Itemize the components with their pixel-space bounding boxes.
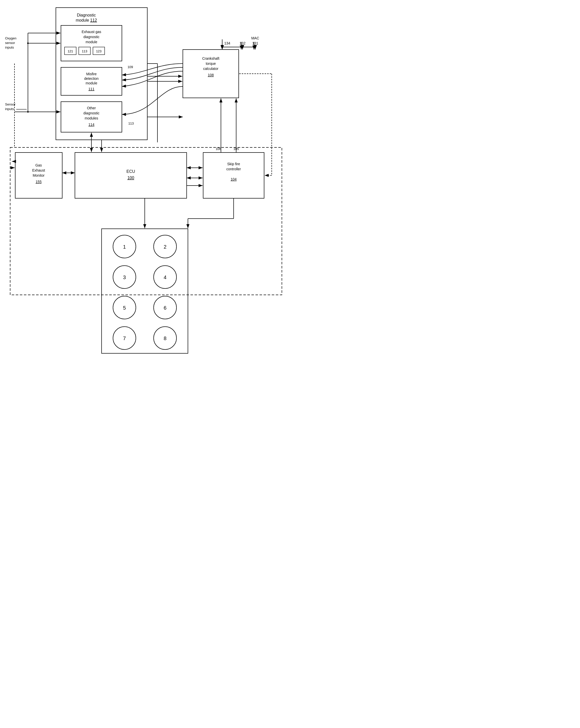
svg-text:1: 1: [123, 244, 126, 250]
svg-rect-45: [102, 229, 188, 353]
svg-text:3: 3: [123, 275, 126, 280]
svg-text:113: 113: [128, 122, 134, 125]
svg-text:Crankshaft: Crankshaft: [202, 56, 219, 60]
svg-text:Sensor: Sensor: [5, 102, 16, 106]
svg-text:5: 5: [123, 305, 126, 311]
svg-text:Monitor: Monitor: [33, 173, 45, 177]
svg-text:torque: torque: [206, 61, 216, 66]
svg-text:121: 121: [67, 49, 73, 53]
svg-text:Exhaust: Exhaust: [32, 168, 45, 172]
svg-text:Skip fire: Skip fire: [227, 162, 240, 166]
svg-text:Gas: Gas: [35, 163, 42, 167]
svg-text:Oxygen: Oxygen: [5, 36, 17, 40]
svg-text:111: 111: [88, 87, 94, 91]
svg-text:inputs: inputs: [5, 107, 14, 111]
svg-text:132: 132: [240, 41, 246, 45]
svg-text:123: 123: [96, 49, 102, 53]
svg-rect-33: [203, 153, 264, 198]
svg-text:module: module: [86, 81, 97, 85]
svg-rect-37: [75, 153, 187, 198]
svg-text:inputs: inputs: [5, 46, 14, 49]
svg-text:109: 109: [128, 65, 133, 69]
svg-text:detection: detection: [84, 77, 99, 81]
svg-text:diagnostic: diagnostic: [83, 111, 99, 115]
svg-text:Exhaust gas: Exhaust gas: [82, 30, 101, 34]
svg-text:106: 106: [216, 147, 221, 151]
svg-text:controller: controller: [226, 167, 241, 171]
svg-text:module: module: [86, 40, 97, 44]
svg-text:100: 100: [128, 176, 134, 180]
svg-text:131: 131: [252, 41, 258, 45]
svg-text:8: 8: [164, 336, 166, 341]
svg-text:MAC: MAC: [251, 36, 259, 40]
svg-text:sensor: sensor: [5, 41, 15, 45]
svg-text:module 112: module 112: [76, 18, 97, 22]
svg-text:108: 108: [208, 73, 214, 77]
diagram-container: Diagnostic module 112 Exhaust gas diagno…: [0, 0, 290, 364]
svg-text:Other: Other: [87, 106, 96, 110]
svg-text:ECU: ECU: [127, 169, 135, 174]
svg-text:104: 104: [230, 177, 237, 181]
svg-text:155: 155: [35, 180, 42, 184]
svg-text:modules: modules: [85, 116, 98, 120]
svg-text:Diagnostic: Diagnostic: [77, 13, 96, 17]
svg-text:7: 7: [123, 336, 126, 341]
svg-text:calculator: calculator: [203, 67, 218, 71]
svg-text:diagnostic: diagnostic: [83, 35, 99, 39]
svg-text:134: 134: [224, 41, 230, 45]
svg-text:Misfire: Misfire: [86, 72, 96, 76]
svg-text:4: 4: [164, 275, 166, 280]
svg-point-117: [27, 43, 29, 44]
svg-point-118: [27, 111, 29, 112]
svg-text:114: 114: [88, 123, 94, 127]
svg-text:2: 2: [164, 244, 166, 250]
svg-rect-4: [10, 148, 282, 295]
svg-text:6: 6: [164, 305, 166, 311]
svg-text:113: 113: [82, 49, 87, 53]
